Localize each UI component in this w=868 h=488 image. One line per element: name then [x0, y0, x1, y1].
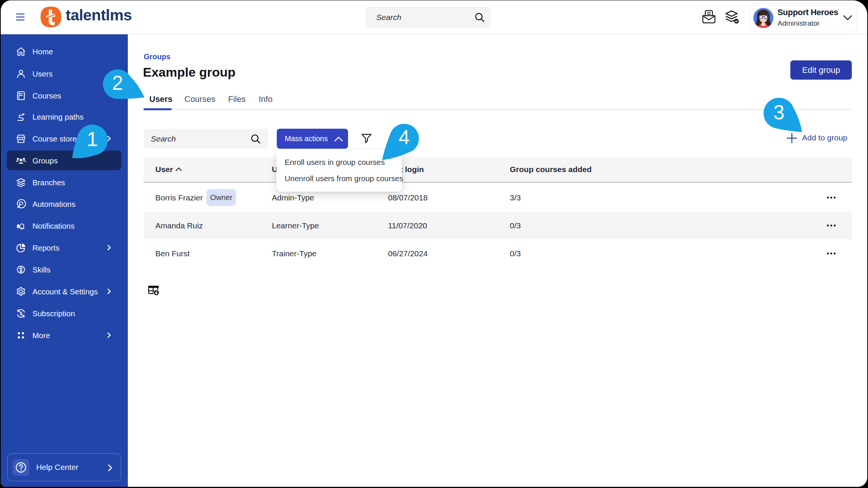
svg-text:$: $ — [20, 311, 22, 316]
svg-text:3: 3 — [773, 101, 784, 123]
svg-text:2: 2 — [112, 72, 123, 94]
svg-text:4: 4 — [399, 126, 409, 148]
svg-text:1: 1 — [87, 128, 98, 150]
